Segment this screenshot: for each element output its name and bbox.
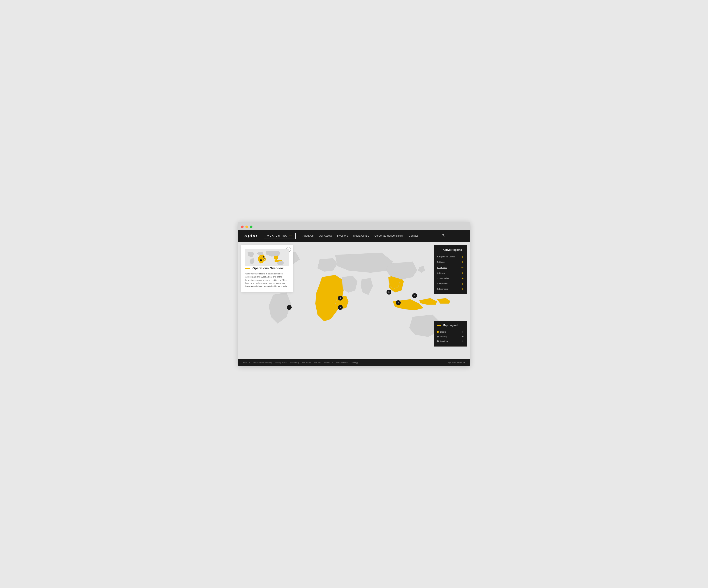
- footer-links: About Us Corporate Responsibility Privac…: [243, 362, 358, 364]
- svg-line-1: [444, 236, 444, 237]
- nav-media-centre[interactable]: Media Centre: [353, 234, 369, 237]
- region-expand-1[interactable]: +: [462, 255, 464, 258]
- hiring-label: WE ARE HIRING: [267, 235, 287, 237]
- browser-dot-yellow[interactable]: [245, 225, 248, 228]
- nav-investors[interactable]: Investors: [337, 234, 348, 237]
- legend-dot-gas: [437, 340, 439, 342]
- legend-title-row: Map Legend: [437, 324, 464, 327]
- nav-corp-responsibility[interactable]: Corporate Responsibility: [374, 234, 403, 237]
- region-label-6: 6. Myanmar: [437, 283, 448, 285]
- legend-expand-blocks[interactable]: +: [462, 330, 464, 334]
- footer-accessibility[interactable]: Accessibility: [290, 362, 299, 364]
- legend-gas-play: Gas Play +: [437, 339, 464, 343]
- map-marker-3[interactable]: 3: [338, 296, 343, 301]
- nav-our-assets[interactable]: Our Assets: [319, 234, 332, 237]
- region-item-7: 7. Indonesia +: [437, 286, 464, 292]
- navbar: ophir WE ARE HIRING — About Us Our Asset…: [238, 230, 470, 242]
- legend-gas-left: Gas Play: [437, 340, 448, 342]
- region-collapse-3[interactable]: −: [461, 266, 464, 270]
- panel-body: Ophir have 18 blocks in seven countries …: [245, 272, 289, 288]
- legend-label-gas: Gas Play: [440, 340, 448, 342]
- regions-title-dash: [437, 250, 441, 250]
- browser-window: ophir WE ARE HIRING — About Us Our Asset…: [238, 222, 470, 366]
- region-label-4: 4. Kenya: [437, 272, 445, 274]
- footer-strategy[interactable]: Strategy: [352, 362, 358, 364]
- legend-blocks: Blocks +: [437, 330, 464, 334]
- footer-about-us[interactable]: About Us: [243, 362, 250, 364]
- svg-point-0: [442, 235, 444, 236]
- regions-title-row: Active Regions: [437, 248, 464, 251]
- region-expand-4[interactable]: +: [462, 271, 464, 275]
- hiring-button[interactable]: WE ARE HIRING —: [264, 233, 296, 239]
- legend-oil-play: Oil Play +: [437, 334, 464, 339]
- legend-title: Map Legend: [443, 324, 458, 327]
- navbar-links: About Us Our Assets Investors Media Cent…: [303, 234, 442, 237]
- search-input[interactable]: [446, 235, 464, 237]
- region-label-2: 2. Gabon: [437, 261, 445, 263]
- region-item-5: 5. Seychelles +: [437, 276, 464, 281]
- overlay-panel: ×: [241, 245, 293, 292]
- legend-label-blocks: Blocks: [440, 331, 446, 333]
- map-marker-2[interactable]: 2: [287, 305, 292, 310]
- region-label-3[interactable]: 3. Tanzania: [437, 267, 447, 269]
- region-item-6: 6. Myanmar +: [437, 281, 464, 286]
- footer-site-map[interactable]: Site Map: [314, 362, 321, 364]
- footer-press-releases[interactable]: Press Releases: [336, 362, 349, 364]
- region-item-1: 1. Equatorial Guinea +: [437, 254, 464, 259]
- main-map-area: ×: [238, 242, 470, 359]
- region-label-5: 5. Seychelles: [437, 277, 449, 280]
- footer-corp-responsibility[interactable]: Corporate Responsibility: [253, 362, 272, 364]
- panel-title: Operations Overview: [253, 267, 284, 270]
- nav-about-us[interactable]: About Us: [303, 234, 314, 237]
- legend-expand-oil[interactable]: +: [462, 335, 464, 338]
- legend-dot-oil: [437, 336, 439, 337]
- region-label-1: 1. Equatorial Guinea: [437, 256, 455, 258]
- region-expand-6[interactable]: +: [462, 282, 464, 285]
- region-expand-2[interactable]: +: [462, 260, 464, 264]
- nav-contact[interactable]: Contact: [409, 234, 418, 237]
- legend-oil-left: Oil Play: [437, 336, 447, 338]
- footer-email-text: Sign up for emails: [448, 362, 462, 364]
- email-icon[interactable]: ✉: [463, 361, 465, 364]
- region-expand-5[interactable]: +: [462, 277, 464, 280]
- browser-dot-green[interactable]: [250, 225, 253, 228]
- svg-text:A: A: [258, 253, 258, 254]
- svg-text:EA: EA: [260, 256, 262, 257]
- regions-title: Active Regions: [443, 248, 462, 251]
- map-marker-7[interactable]: 7: [412, 293, 417, 298]
- legend-title-dash: [437, 325, 441, 326]
- map-marker-6[interactable]: 6: [396, 300, 401, 305]
- region-item-4: 4. Kenya +: [437, 271, 464, 276]
- mini-map: 2 3 4 WA EA A: [245, 249, 289, 267]
- marker-label-2: 2: [289, 306, 290, 308]
- marker-label-6: 6: [397, 302, 399, 304]
- marker-label-7: 7: [414, 295, 415, 297]
- site-logo: ophir: [244, 233, 258, 239]
- region-item-2: 2. Gabon +: [437, 259, 464, 265]
- hiring-dash: —: [289, 234, 292, 238]
- browser-chrome: [238, 222, 470, 230]
- region-expand-7[interactable]: +: [462, 287, 464, 291]
- legend-dot-blocks: [437, 331, 439, 333]
- map-legend-panel: Map Legend Blocks + Oil Play + Gas: [434, 321, 467, 346]
- legend-expand-gas[interactable]: +: [462, 339, 464, 343]
- search-icon: [442, 234, 444, 238]
- region-label-7: 7. Indonesia: [437, 288, 448, 290]
- panel-title-row: Operations Overview: [245, 267, 289, 270]
- marker-label-5: 5: [388, 291, 389, 293]
- region-item-3: 3. Tanzania −: [437, 265, 464, 271]
- navbar-search: [442, 234, 464, 238]
- footer-our-assets[interactable]: Our Assets: [302, 362, 311, 364]
- active-regions-panel: Active Regions 1. Equatorial Guinea + 2.…: [434, 245, 467, 294]
- marker-label-4: 4: [340, 306, 341, 308]
- map-marker-4[interactable]: 4: [338, 305, 343, 310]
- panel-title-dash: [245, 268, 250, 269]
- footer-privacy-policy[interactable]: Privacy Policy: [275, 362, 287, 364]
- footer-right: Sign up for emails ✉: [448, 361, 465, 364]
- legend-blocks-left: Blocks: [437, 331, 446, 333]
- footer-contact-us[interactable]: Contact Us: [324, 362, 333, 364]
- marker-label-3: 3: [340, 297, 341, 299]
- svg-text:WA: WA: [250, 253, 251, 254]
- footer: About Us Corporate Responsibility Privac…: [238, 359, 470, 366]
- browser-dot-red[interactable]: [241, 225, 244, 228]
